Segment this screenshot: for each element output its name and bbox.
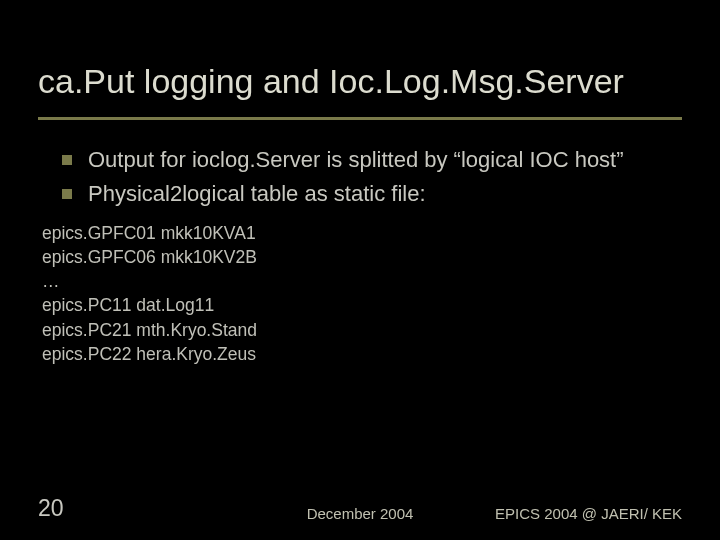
code-line: epics.GPFC01 mkk10KVA1	[42, 221, 682, 245]
slide-title: ca.Put logging and Ioc.Log.Msg.Server	[38, 62, 682, 101]
square-bullet-icon	[62, 189, 72, 199]
bullet-item: Output for ioclog.Server is splitted by …	[62, 146, 682, 174]
page-number: 20	[38, 495, 64, 522]
bullet-list: Output for ioclog.Server is splitted by …	[62, 146, 682, 213]
bullet-item: Physical2logical table as static file:	[62, 180, 682, 208]
code-line: epics.PC11 dat.Log11	[42, 293, 682, 317]
slide-footer: 20 December 2004 EPICS 2004 @ JAERI/ KEK	[0, 495, 720, 522]
code-line: …	[42, 269, 682, 293]
square-bullet-icon	[62, 155, 72, 165]
code-line: epics.PC21 mth.Kryo.Stand	[42, 318, 682, 342]
footer-date: December 2004	[307, 505, 414, 522]
bullet-text: Physical2logical table as static file:	[88, 180, 426, 208]
code-block: epics.GPFC01 mkk10KVA1 epics.GPFC06 mkk1…	[42, 221, 682, 366]
footer-venue: EPICS 2004 @ JAERI/ KEK	[495, 505, 682, 522]
title-rule	[38, 117, 682, 120]
bullet-text: Output for ioclog.Server is splitted by …	[88, 146, 624, 174]
slide: ca.Put logging and Ioc.Log.Msg.Server Ou…	[0, 0, 720, 540]
code-line: epics.GPFC06 mkk10KV2B	[42, 245, 682, 269]
code-line: epics.PC22 hera.Kryo.Zeus	[42, 342, 682, 366]
